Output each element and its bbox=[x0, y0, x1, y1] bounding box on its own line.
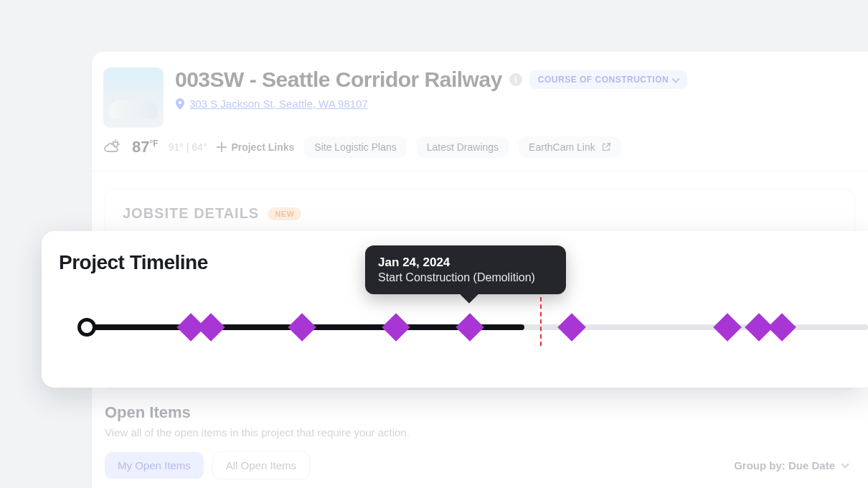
group-by-dropdown[interactable]: Group by: Due Date bbox=[734, 459, 855, 471]
timeline-milestone[interactable] bbox=[768, 313, 797, 342]
project-thumbnail bbox=[103, 67, 164, 128]
plus-icon bbox=[217, 142, 227, 152]
timeline-start-marker bbox=[77, 318, 96, 337]
open-items-subtitle: View all of the open items in this proje… bbox=[105, 426, 855, 438]
project-status-label: COURSE OF CONSTRUCTION bbox=[538, 75, 669, 85]
all-open-items-button[interactable]: All Open Items bbox=[212, 451, 310, 479]
add-project-link-button[interactable]: Project Links bbox=[217, 141, 294, 153]
earthcam-link-button[interactable]: EarthCam Link bbox=[519, 136, 621, 158]
weather-icon bbox=[103, 139, 122, 155]
external-link-icon bbox=[601, 142, 611, 152]
timeline-milestone[interactable] bbox=[456, 313, 484, 342]
info-icon[interactable]: i bbox=[509, 73, 522, 86]
tooltip-description: Start Construction (Demolition) bbox=[378, 271, 553, 284]
chevron-down-icon bbox=[841, 460, 849, 468]
jobsite-details-title: JOBSITE DETAILS bbox=[123, 205, 259, 222]
latest-drawings-button[interactable]: Latest Drawings bbox=[417, 136, 509, 158]
timeline-tooltip: Jan 24, 2024Start Construction (Demoliti… bbox=[365, 245, 566, 294]
new-badge: NEW bbox=[268, 207, 301, 220]
project-timeline-card: Project Timeline Jan 24, 2024Start Const… bbox=[42, 231, 868, 388]
project-address-link[interactable]: 303 S Jackson St, Seattle, WA 98107 bbox=[189, 98, 368, 110]
timeline-milestone[interactable] bbox=[713, 313, 742, 342]
project-title: 003SW - Seattle Corridor Railway bbox=[175, 67, 502, 92]
timeline-track[interactable]: Jan 24, 2024Start Construction (Demoliti… bbox=[59, 314, 868, 340]
chevron-down-icon bbox=[671, 75, 679, 83]
timeline-today-indicator bbox=[540, 297, 542, 346]
open-items-title: Open Items bbox=[105, 403, 855, 422]
my-open-items-button[interactable]: My Open Items bbox=[105, 452, 204, 479]
tooltip-date: Jan 24, 2024 bbox=[378, 255, 553, 270]
map-pin-icon bbox=[175, 98, 185, 110]
site-logistic-plans-button[interactable]: Site Logistic Plans bbox=[304, 136, 406, 158]
timeline-milestone[interactable] bbox=[382, 313, 410, 342]
temperature-hilo: 91° | 64° bbox=[169, 141, 207, 153]
project-status-dropdown[interactable]: COURSE OF CONSTRUCTION bbox=[529, 70, 687, 89]
timeline-milestone[interactable] bbox=[197, 313, 225, 342]
timeline-milestone[interactable] bbox=[288, 313, 316, 342]
timeline-milestone[interactable] bbox=[557, 313, 586, 342]
temperature: 87°F bbox=[132, 138, 159, 156]
